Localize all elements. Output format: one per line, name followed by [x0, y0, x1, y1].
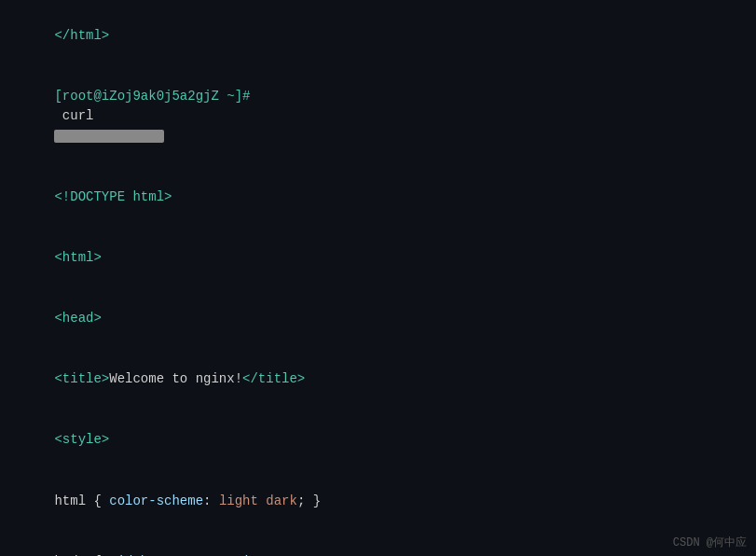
- line-style-open: <style>: [7, 410, 749, 471]
- line-body-css1: body { width: 35em; margin: 0 auto;: [7, 532, 749, 556]
- prompt-cmd: [root@iZoj9ak0j5a2gjZ ~]#: [54, 89, 250, 104]
- watermark: CSDN @何中应: [673, 535, 747, 550]
- html-selector: html: [54, 493, 93, 508]
- line-prev-html: </html>: [7, 6, 749, 66]
- colon1: :: [203, 493, 219, 508]
- terminal-body[interactable]: </html> [root@iZoj9ak0j5a2gjZ ~]# curl <…: [0, 0, 756, 556]
- line-cmd: [root@iZoj9ak0j5a2gjZ ~]# curl: [7, 66, 749, 167]
- line-html-open: <html>: [7, 229, 749, 289]
- terminal-window: </html> [root@iZoj9ak0j5a2gjZ ~]# curl <…: [0, 0, 756, 556]
- title-text: Welcome to nginx!: [109, 371, 242, 386]
- css-val1: light dark: [219, 493, 297, 508]
- head-open-tag: <head>: [54, 311, 101, 326]
- title-close-tag: </title>: [242, 371, 305, 386]
- line-title: <title>Welcome to nginx!</title>: [7, 350, 749, 410]
- tag-prev: </html>: [54, 28, 109, 43]
- redacted-ip: [54, 130, 164, 143]
- css-prop1: color-scheme: [109, 493, 203, 508]
- brace-open: {: [93, 493, 109, 508]
- title-open-tag: <title>: [54, 371, 109, 386]
- html-open-tag: <html>: [54, 250, 101, 265]
- style-open-tag: <style>: [54, 432, 109, 447]
- doctype-tag: <!DOCTYPE html>: [54, 189, 172, 204]
- line-head-open: <head>: [7, 289, 749, 350]
- semicol1: ; }: [297, 493, 321, 508]
- line-doctype: <!DOCTYPE html>: [7, 168, 749, 229]
- cmd-curl: curl: [54, 108, 101, 123]
- line-html-css: html { color-scheme: light dark; }: [7, 471, 749, 532]
